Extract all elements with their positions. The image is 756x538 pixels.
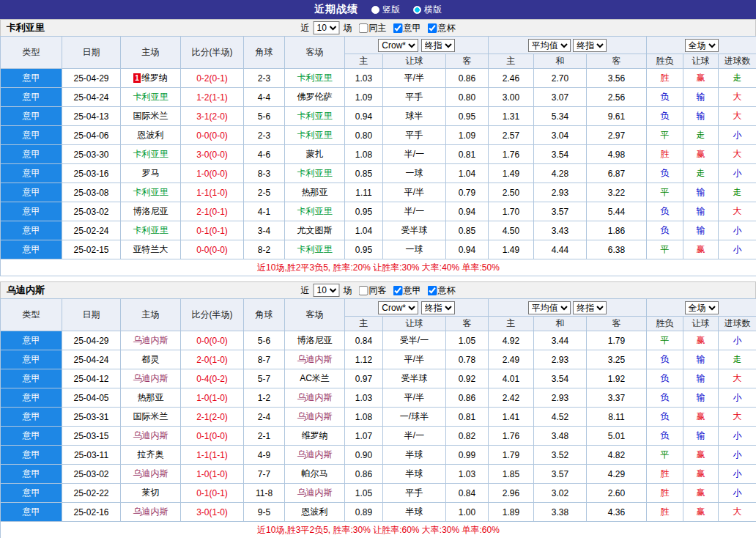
home-team-cell: 拉齐奥 [121, 446, 181, 465]
result-cell: 平 [647, 240, 683, 259]
home-team-name: 罗马 [142, 168, 160, 178]
checkbox-input[interactable] [428, 23, 437, 33]
filter-prefix-label: 近 [301, 284, 310, 297]
odds-cell: 平手 [383, 88, 446, 107]
odds-cell: 2.42 [489, 388, 534, 408]
index-stage-select[interactable]: 终指 [573, 39, 607, 52]
home-team-name: 维罗纳 [141, 73, 168, 83]
bookmaker-select[interactable]: Crow* [378, 39, 418, 52]
home-team-cell: 都灵 [121, 350, 181, 369]
home-team-name: 亚特兰大 [133, 244, 168, 254]
index-stage-select[interactable]: 终指 [421, 39, 455, 52]
result-cell: 小 [719, 221, 756, 240]
away-team-cell: 卡利亚里 [285, 126, 345, 145]
result-cell: 输 [683, 183, 719, 202]
home-team-name: 国际米兰 [133, 411, 168, 421]
filter-checkbox-cup[interactable]: 意杯 [423, 22, 456, 34]
filter-controls: 近 10 场 同客 意甲 意杯 [301, 284, 456, 297]
odds-cell: 3.37 [587, 388, 647, 408]
result-cell: 赢 [683, 69, 719, 88]
corners-cell: 1-2 [244, 388, 285, 408]
home-team-cell: 乌迪内斯 [121, 503, 181, 522]
layout-option-vertical[interactable]: 竖版 [371, 4, 400, 16]
filter-checkbox-cup[interactable]: 意杯 [423, 284, 456, 297]
bookmaker-select[interactable]: Crow* [378, 301, 418, 314]
date-cell: 25-04-12 [62, 369, 121, 388]
home-team-name: 都灵 [142, 354, 160, 364]
checkbox-input[interactable] [393, 286, 403, 295]
odds-cell: 8.11 [587, 408, 647, 427]
odds-cell: 0.94 [345, 107, 383, 126]
date-cell: 25-02-16 [62, 503, 121, 522]
scope-select[interactable]: 全场 [685, 301, 719, 314]
scope-select[interactable]: 全场 [685, 39, 719, 52]
result-cell: 小 [719, 331, 756, 350]
index-stage-select[interactable]: 终指 [421, 301, 455, 314]
games-count-select[interactable]: 10 [314, 21, 340, 34]
date-cell: 25-03-30 [62, 145, 121, 164]
odds-cell: 1.03 [345, 69, 383, 88]
games-count-select[interactable]: 10 [314, 284, 340, 297]
checkbox-input[interactable] [359, 286, 368, 295]
score-cell: 0-2(0-1) [181, 69, 244, 88]
result-cell: 平 [647, 183, 683, 202]
corners-cell: 8-2 [244, 240, 285, 259]
league-cell: 意甲 [1, 202, 62, 221]
corners-cell: 3-4 [244, 221, 285, 240]
odds-group-header: 平均值 终指 [489, 299, 647, 317]
result-cell: 负 [647, 107, 683, 126]
result-cell: 负 [647, 350, 683, 369]
index-stage-select[interactable]: 终指 [573, 301, 607, 314]
summary-row: 近10场,胜3平2负5, 胜率:30% 让胜率:60% 大率:30% 单率:60… [1, 522, 756, 538]
league-cell: 意甲 [1, 503, 62, 522]
result-cell: 赢 [683, 145, 719, 164]
odds-cell: 1.04 [345, 221, 383, 240]
checkbox-label: 意杯 [438, 22, 456, 34]
checkbox-input[interactable] [359, 23, 368, 33]
average-select[interactable]: 平均值 [528, 39, 571, 52]
checkbox-input[interactable] [393, 23, 403, 33]
corners-cell: 4-4 [244, 88, 285, 107]
odds-cell: 0.80 [446, 88, 489, 107]
col-header: 客场 [285, 299, 345, 331]
layout-option-horizontal[interactable]: 横版 [413, 4, 442, 16]
page-title: 近期战绩 [314, 3, 358, 16]
result-cell: 大 [719, 202, 756, 221]
away-team-cell: 佛罗伦萨 [285, 88, 345, 107]
match-row: 意甲25-04-29乌迪内斯0-0(0-0)5-6博洛尼亚0.84受半/一1.0… [1, 331, 756, 350]
topbar: 近期战绩 竖版 横版 [0, 0, 756, 19]
average-select[interactable]: 平均值 [528, 301, 571, 314]
result-cell: 负 [647, 221, 683, 240]
odds-cell: 2.93 [534, 388, 587, 408]
team-section: 卡利亚里 近 10 场 同主 意甲 意杯 类型 日期 [0, 19, 756, 276]
sub-header: 胜负 [647, 54, 683, 69]
checkbox-input[interactable] [428, 286, 437, 295]
result-cell: 负 [647, 408, 683, 427]
home-team-name: 卡利亚里 [133, 187, 168, 197]
filter-checkbox-same[interactable]: 同客 [355, 284, 387, 297]
result-cell: 赢 [683, 446, 719, 465]
filter-checkbox-same[interactable]: 同主 [355, 22, 387, 34]
sub-header: 和 [534, 317, 587, 331]
away-team-name: 佛罗伦萨 [297, 92, 333, 102]
odds-cell: 0.95 [345, 202, 383, 221]
corners-cell: 11-8 [244, 484, 285, 503]
league-cell: 意甲 [1, 69, 62, 88]
result-cell: 赢 [683, 408, 719, 427]
home-team-name: 乌迪内斯 [133, 373, 168, 383]
checkbox-label: 同主 [369, 22, 387, 34]
result-cell: 胜 [647, 503, 683, 522]
home-team-cell: 国际米兰 [121, 408, 181, 427]
filter-checkbox-league[interactable]: 意甲 [389, 284, 421, 297]
team-name: 乌迪内斯 [7, 284, 45, 297]
score-cell: 0-1(0-1) [181, 221, 244, 240]
odds-cell: 3.02 [534, 484, 587, 503]
odds-cell: 5.01 [587, 427, 647, 446]
date-cell: 25-03-02 [62, 465, 121, 484]
away-team-cell: 恩波利 [285, 503, 345, 522]
corners-cell: 4-6 [244, 145, 285, 164]
home-team-cell: 热那亚 [121, 388, 181, 408]
filter-checkbox-league[interactable]: 意甲 [389, 22, 421, 34]
result-cell: 负 [647, 427, 683, 446]
odds-cell: 4.52 [534, 408, 587, 427]
